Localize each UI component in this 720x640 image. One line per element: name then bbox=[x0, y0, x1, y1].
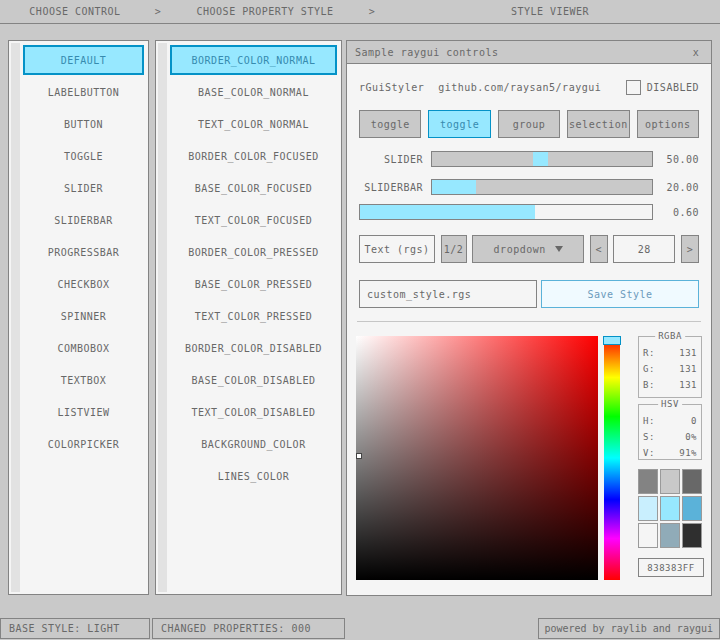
property-item-border-color-focused[interactable]: BORDER_COLOR_FOCUSED bbox=[170, 141, 337, 171]
progressbar-fill bbox=[360, 205, 535, 219]
slider[interactable] bbox=[431, 151, 653, 167]
breadcrumb-choose-property-style: CHOOSE PROPERTY STYLE bbox=[166, 6, 364, 17]
half-toggle-button[interactable]: 1/2 bbox=[441, 235, 467, 263]
group-button[interactable]: group bbox=[498, 110, 560, 138]
status-base-style: BASE STYLE: LIGHT bbox=[0, 618, 150, 639]
hsv-row-h: H:0 bbox=[643, 413, 697, 429]
control-item-checkbox[interactable]: CHECKBOX bbox=[23, 269, 144, 299]
color-swatch[interactable] bbox=[682, 469, 702, 494]
controls-list: DEFAULT LABELBUTTON BUTTON TOGGLE SLIDER… bbox=[23, 45, 144, 461]
control-item-spinner[interactable]: SPINNER bbox=[23, 301, 144, 331]
hsv-row-s: S:0% bbox=[643, 429, 697, 445]
disabled-checkbox-label: DISABLED bbox=[647, 82, 699, 93]
color-swatch[interactable] bbox=[682, 496, 702, 521]
spinner-value-box[interactable]: 28 bbox=[613, 235, 675, 263]
spinner-decrement-button[interactable]: < bbox=[590, 235, 608, 263]
color-swatch[interactable] bbox=[682, 523, 702, 548]
selection-button[interactable]: selection bbox=[567, 110, 629, 138]
toggle-button-1[interactable]: toggle bbox=[359, 110, 421, 138]
sliderbar-fill bbox=[432, 180, 476, 194]
hex-color-input[interactable]: 838383FF bbox=[638, 558, 704, 577]
sliderbar-value: 20.00 bbox=[659, 182, 699, 193]
control-item-listview[interactable]: LISTVIEW bbox=[23, 397, 144, 427]
rgba-row-b: B:131 bbox=[643, 377, 697, 393]
sample-controls-window: Sample raygui controls x rGuiStyler gith… bbox=[346, 40, 712, 596]
disabled-checkbox-group: DISABLED bbox=[626, 80, 699, 95]
spinner-increment-button[interactable]: > bbox=[681, 235, 699, 263]
breadcrumb-style-viewer: STYLE VIEWER bbox=[380, 6, 720, 17]
properties-list-panel: BORDER_COLOR_NORMAL BASE_COLOR_NORMAL TE… bbox=[155, 40, 342, 595]
property-item-text-color-pressed[interactable]: TEXT_COLOR_PRESSED bbox=[170, 301, 337, 331]
rgba-title: RGBA bbox=[655, 331, 685, 341]
property-item-text-color-disabled[interactable]: TEXT_COLOR_DISABLED bbox=[170, 397, 337, 427]
progressbar-value: 0.60 bbox=[659, 207, 699, 218]
window-titlebar: Sample raygui controls x bbox=[347, 41, 711, 64]
control-item-textbox[interactable]: TEXTBOX bbox=[23, 365, 144, 395]
hue-slider[interactable] bbox=[604, 336, 620, 580]
repo-link[interactable]: github.com/raysan5/raygui bbox=[438, 82, 601, 93]
options-button[interactable]: options bbox=[637, 110, 699, 138]
property-item-lines-color[interactable]: LINES_COLOR bbox=[170, 461, 337, 491]
control-item-sliderbar[interactable]: SLIDERBAR bbox=[23, 205, 144, 235]
sliderbar[interactable] bbox=[431, 179, 653, 195]
color-swatch[interactable] bbox=[638, 496, 658, 521]
breadcrumb: CHOOSE CONTROL > CHOOSE PROPERTY STYLE >… bbox=[0, 0, 720, 24]
window-content: rGuiStyler github.com/raysan5/raygui DIS… bbox=[347, 64, 711, 595]
hsv-groupbox: HSV H:0 S:0% V:91% bbox=[638, 404, 702, 460]
color-swatch[interactable] bbox=[660, 496, 680, 521]
property-item-border-color-normal[interactable]: BORDER_COLOR_NORMAL bbox=[170, 45, 337, 75]
property-item-text-color-focused[interactable]: TEXT_COLOR_FOCUSED bbox=[170, 205, 337, 235]
dropdown[interactable]: dropdown bbox=[472, 235, 584, 263]
filename-input[interactable]: custom_style.rgs bbox=[359, 280, 537, 308]
toggle-button-2[interactable]: toggle bbox=[428, 110, 490, 138]
disabled-checkbox[interactable] bbox=[626, 80, 641, 95]
property-item-base-color-pressed[interactable]: BASE_COLOR_PRESSED bbox=[170, 269, 337, 299]
color-swatch[interactable] bbox=[638, 523, 658, 548]
property-item-base-color-disabled[interactable]: BASE_COLOR_DISABLED bbox=[170, 365, 337, 395]
slider-label: SLIDER bbox=[359, 154, 423, 165]
color-swatch[interactable] bbox=[638, 469, 658, 494]
control-item-slider[interactable]: SLIDER bbox=[23, 173, 144, 203]
color-swatch[interactable] bbox=[660, 469, 680, 494]
status-powered-by: powered by raylib and raygui bbox=[538, 618, 720, 639]
rgba-groupbox: RGBA R:131 G:131 B:131 bbox=[638, 336, 702, 398]
breadcrumb-choose-control: CHOOSE CONTROL bbox=[0, 6, 150, 17]
control-item-toggle[interactable]: TOGGLE bbox=[23, 141, 144, 171]
property-item-text-color-normal[interactable]: TEXT_COLOR_NORMAL bbox=[170, 109, 337, 139]
chevron-right-icon: > bbox=[150, 6, 166, 17]
scrollbar[interactable] bbox=[158, 43, 167, 592]
hue-slider-handle[interactable] bbox=[603, 336, 621, 345]
control-item-colorpicker[interactable]: COLORPICKER bbox=[23, 429, 144, 459]
property-item-base-color-focused[interactable]: BASE_COLOR_FOCUSED bbox=[170, 173, 337, 203]
style-color-grid bbox=[638, 469, 702, 548]
hsv-row-v: V:91% bbox=[643, 445, 697, 461]
brand-label: rGuiStyler bbox=[359, 82, 424, 93]
chevron-right-icon: > bbox=[364, 6, 380, 17]
slider-handle[interactable] bbox=[533, 152, 548, 166]
status-bar: BASE STYLE: LIGHT CHANGED PROPERTIES: 00… bbox=[0, 618, 720, 639]
control-item-button[interactable]: BUTTON bbox=[23, 109, 144, 139]
control-item-default[interactable]: DEFAULT bbox=[23, 45, 144, 75]
close-icon[interactable]: x bbox=[689, 47, 703, 58]
save-style-button[interactable]: Save Style bbox=[541, 280, 699, 308]
color-swatch[interactable] bbox=[660, 523, 680, 548]
properties-list: BORDER_COLOR_NORMAL BASE_COLOR_NORMAL TE… bbox=[170, 45, 337, 493]
control-item-labelbutton[interactable]: LABELBUTTON bbox=[23, 77, 144, 107]
rgba-row-g: G:131 bbox=[643, 361, 697, 377]
color-picker-marker[interactable] bbox=[356, 453, 362, 459]
property-item-background-color[interactable]: BACKGROUND_COLOR bbox=[170, 429, 337, 459]
property-item-border-color-pressed[interactable]: BORDER_COLOR_PRESSED bbox=[170, 237, 337, 267]
hsv-title: HSV bbox=[658, 399, 682, 409]
progressbar bbox=[359, 204, 653, 220]
scrollbar[interactable] bbox=[11, 43, 20, 592]
property-item-base-color-normal[interactable]: BASE_COLOR_NORMAL bbox=[170, 77, 337, 107]
status-changed-properties: CHANGED PROPERTIES: 000 bbox=[152, 618, 345, 639]
text-rgs-box[interactable]: Text (rgs) bbox=[359, 235, 435, 263]
app-root: CHOOSE CONTROL > CHOOSE PROPERTY STYLE >… bbox=[0, 0, 720, 640]
color-picker-area[interactable] bbox=[356, 336, 598, 580]
control-item-progressbar[interactable]: PROGRESSBAR bbox=[23, 237, 144, 267]
dropdown-label: dropdown bbox=[494, 244, 546, 255]
control-item-combobox[interactable]: COMBOBOX bbox=[23, 333, 144, 363]
window-title: Sample raygui controls bbox=[355, 47, 498, 58]
property-item-border-color-disabled[interactable]: BORDER_COLOR_DISABLED bbox=[170, 333, 337, 363]
